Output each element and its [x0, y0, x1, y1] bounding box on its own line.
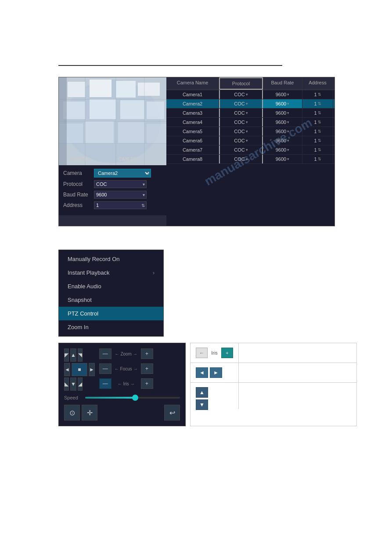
table-row[interactable]: Camera7 COC▾ 9600▾ 1⇅ [166, 145, 334, 155]
menu-item-zoom-in[interactable]: Zoom In [59, 320, 163, 334]
svg-rect-20 [59, 77, 67, 165]
iris-control-row: — ← Iris → + [99, 378, 153, 389]
col-address: Address [302, 77, 333, 90]
iris-right-button[interactable]: + [221, 348, 233, 358]
iris-text-label: Iris [211, 350, 218, 355]
dir-downright-button[interactable]: ◢ [78, 377, 83, 391]
menu-item-snapshot[interactable]: Snapshot [59, 293, 163, 307]
speed-fill [85, 397, 137, 399]
protocol-cell: COC▾ [219, 127, 263, 136]
ptz-bottom-controls: ⊙ ✛ ↩ [64, 405, 180, 421]
menu-item-manually-record[interactable]: Manually Record On [59, 252, 163, 266]
ptz-back-button[interactable]: ↩ [164, 405, 180, 421]
protocol-cell: COC▾ [219, 90, 263, 99]
menu-item-label: Enable Audio [68, 283, 101, 290]
dir-upright-button[interactable]: ◥ [78, 348, 83, 362]
ud-up-button[interactable]: ▲ [196, 387, 208, 398]
dir-upleft-button[interactable]: ◤ [64, 348, 69, 362]
camera-select-container[interactable]: Camera2 ▾ [94, 169, 151, 178]
menu-item-label: Instant Playback [68, 269, 109, 276]
menu-item-enable-audio[interactable]: Enable Audio [59, 279, 163, 293]
address-cell: 1⇅ [302, 155, 333, 163]
menu-item-label: PTZ Control [68, 310, 98, 317]
address-cell: 1⇅ [302, 118, 333, 127]
iris-label: ← Iris → [115, 381, 138, 386]
iris-plus-button[interactable]: + [141, 378, 153, 389]
dir-stop-button[interactable]: ■ [72, 363, 87, 376]
table-row[interactable]: Camera3 COC▾ 9600▾ 1⇅ [166, 109, 334, 118]
table-row[interactable]: Camera6 COC▾ 9600▾ 1⇅ [166, 136, 334, 145]
dir-left-button[interactable]: ◄ [64, 363, 70, 376]
address-select-container[interactable]: 1 ⇅ [94, 201, 147, 209]
iris-left-button[interactable]: ← [196, 348, 208, 358]
speed-thumb[interactable] [132, 395, 138, 401]
ptz-section: ◤ ▲ ◥ ◄ ■ ► ◣ ▼ ◢ [58, 343, 357, 426]
table-row[interactable]: Camera1 COC▾ 9600▾ 1⇅ [166, 90, 334, 99]
speed-row: Speed [64, 395, 180, 400]
camera-name-cell: Camera3 [166, 109, 219, 117]
baudrate-select-container[interactable]: 9600 ▾ [94, 191, 147, 199]
zoom-minus-button[interactable]: — [99, 348, 111, 359]
iris-description-cell [239, 343, 356, 363]
address-select[interactable]: 1 [94, 201, 147, 209]
camera-feed-preview: CAM 25 CAM 25 Camera Camera2 ▾ Protocol [59, 77, 166, 226]
camera-name-cell: Camera5 [166, 127, 219, 136]
camera-name-cell: Camera8 [166, 155, 219, 163]
svg-rect-13 [147, 124, 166, 143]
svg-rect-7 [90, 99, 116, 119]
baudrate-cell: 9600▾ [263, 136, 302, 145]
lr-right-button[interactable]: ► [210, 367, 222, 378]
menu-item-ptz-control[interactable]: PTZ Control [59, 307, 163, 320]
menu-item-label: Zoom In [68, 324, 89, 330]
protocol-field-row: Protocol COC ▾ [63, 180, 162, 188]
camera-name-cell: Camera4 [166, 118, 219, 127]
address-cell: 1⇅ [302, 127, 333, 136]
camera-settings-fields: Camera Camera2 ▾ Protocol COC ▾ [59, 165, 166, 215]
ptz-pan-button[interactable]: ✛ [82, 405, 97, 421]
baudrate-select[interactable]: 9600 [94, 191, 147, 199]
svg-rect-8 [120, 100, 144, 119]
baudrate-cell: 9600▾ [263, 155, 302, 163]
table-row[interactable]: Camera8 COC▾ 9600▾ 1⇅ [166, 155, 334, 164]
iris-minus-button[interactable]: — [99, 378, 111, 389]
ptz-info-table: ← Iris + ◄ ► ▲ ▼ [190, 343, 357, 426]
speed-track [85, 397, 180, 399]
camera-select[interactable]: Camera2 [94, 169, 151, 178]
lr-left-button[interactable]: ◄ [196, 367, 208, 378]
camera-name-cell: Camera7 [166, 145, 219, 154]
ud-down-button[interactable]: ▼ [196, 399, 208, 410]
svg-rect-4 [116, 81, 136, 98]
focus-control-row: — ← Focus → + [99, 363, 153, 374]
camera-table-section: Camera Name Protocol Baud Rate Address C… [166, 77, 334, 226]
baudrate-cell: 9600▾ [263, 90, 302, 99]
dir-downleft-button[interactable]: ◣ [64, 377, 69, 391]
table-row[interactable]: Camera4 COC▾ 9600▾ 1⇅ [166, 118, 334, 127]
lr-buttons-cell: ◄ ► [191, 363, 239, 382]
address-cell: 1⇅ [302, 90, 333, 99]
table-row[interactable]: Camera5 COC▾ 9600▾ 1⇅ [166, 127, 334, 136]
info-table-row-lr: ◄ ► [191, 363, 356, 383]
protocol-cell: COC▾ [219, 99, 263, 108]
col-camera-name: Camera Name [166, 77, 219, 90]
dir-down-button[interactable]: ▼ [70, 377, 76, 391]
svg-text:CAM 25: CAM 25 [118, 156, 136, 162]
ptz-preset-button[interactable]: ⊙ [64, 405, 80, 421]
camera-field-row: Camera Camera2 ▾ [63, 169, 162, 178]
protocol-select[interactable]: COC [94, 180, 147, 188]
dir-up-button[interactable]: ▲ [70, 348, 76, 362]
camera-name-cell: Camera2 [166, 99, 219, 108]
svg-rect-12 [118, 122, 144, 143]
col-baud-rate: Baud Rate [263, 77, 302, 90]
dir-right-button[interactable]: ► [89, 363, 95, 376]
table-row[interactable]: Camera2 COC▾ 9600▾ 1⇅ [166, 99, 334, 109]
zoom-plus-button[interactable]: + [141, 348, 153, 359]
zoom-label: ← Zoom → [115, 352, 138, 356]
protocol-cell: COC▾ [219, 155, 263, 163]
protocol-cell: COC▾ [219, 118, 263, 127]
protocol-select-container[interactable]: COC ▾ [94, 180, 147, 188]
baudrate-field-row: Baud Rate 9600 ▾ [63, 191, 162, 199]
section-divider [58, 65, 282, 66]
focus-plus-button[interactable]: + [141, 363, 153, 374]
menu-item-instant-playback[interactable]: Instant Playback › [59, 266, 163, 279]
focus-minus-button[interactable]: — [99, 363, 111, 374]
